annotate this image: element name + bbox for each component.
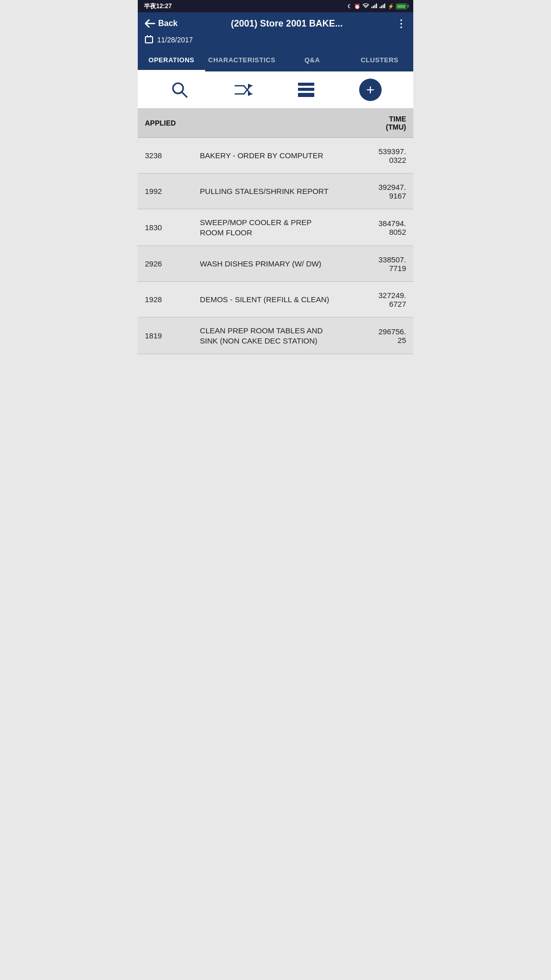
cell-time: 539397.0322 xyxy=(337,147,406,164)
cell-name: WASH DISHES PRIMARY (W/ DW) xyxy=(200,259,337,269)
svg-rect-19 xyxy=(298,93,314,97)
date-label: 11/28/2017 xyxy=(157,36,193,44)
charging-icon: ⚡ xyxy=(388,4,394,9)
cell-applied: 3238 xyxy=(145,151,200,160)
svg-rect-6 xyxy=(383,5,384,8)
cell-applied: 1830 xyxy=(145,223,200,232)
search-button[interactable] xyxy=(169,80,190,100)
cell-time: 384794.8052 xyxy=(337,219,406,236)
svg-rect-1 xyxy=(373,6,374,8)
signal1-icon xyxy=(371,3,378,9)
header-top: Back (2001) Store 2001 BAKE... ⋮ xyxy=(145,17,406,30)
cell-name: PULLING STALES/SHRINK REPORT xyxy=(200,186,337,197)
tab-operations[interactable]: OPERATIONS xyxy=(138,50,205,71)
svg-marker-16 xyxy=(248,92,253,96)
svg-rect-7 xyxy=(384,4,385,8)
wifi-icon xyxy=(362,3,369,9)
add-button[interactable]: + xyxy=(359,79,382,101)
svg-rect-17 xyxy=(298,83,314,86)
tab-qa[interactable]: Q&A xyxy=(279,50,346,70)
cell-time: 338507.7719 xyxy=(337,255,406,273)
operations-table: APPLIED TIME(TMU) 3238 BAKERY - ORDER BY… xyxy=(138,109,413,354)
status-icons: ☾ ⏰ ⚡ xyxy=(347,3,407,9)
table-header: APPLIED TIME(TMU) xyxy=(138,109,413,138)
tab-clusters[interactable]: CLUSTERS xyxy=(346,50,413,70)
table-row[interactable]: 2926 WASH DISHES PRIMARY (W/ DW) 338507.… xyxy=(138,246,413,282)
header: Back (2001) Store 2001 BAKE... ⋮ 11/28/2… xyxy=(138,12,413,50)
back-button[interactable]: Back xyxy=(145,19,178,28)
table-row[interactable]: 1830 SWEEP/MOP COOLER & PREP ROOM FLOOR … xyxy=(138,209,413,246)
svg-marker-15 xyxy=(248,84,253,88)
table-row[interactable]: 1928 DEMOS - SILENT (REFILL & CLEAN) 327… xyxy=(138,282,413,317)
svg-rect-18 xyxy=(298,88,314,91)
tab-bar: OPERATIONS CHARACTERISTICS Q&A CLUSTERS xyxy=(138,50,413,71)
cell-applied: 1819 xyxy=(145,331,200,340)
cell-name: DEMOS - SILENT (REFILL & CLEAN) xyxy=(200,295,337,305)
col-applied-header: APPLIED xyxy=(145,119,200,127)
col-time-header: TIME(TMU) xyxy=(337,115,406,131)
svg-rect-5 xyxy=(381,6,382,8)
svg-line-10 xyxy=(182,92,187,97)
cell-applied: 1992 xyxy=(145,187,200,195)
status-time: 半夜12:27 xyxy=(144,2,172,11)
battery-icon xyxy=(396,4,407,9)
alarm-icon: ⏰ xyxy=(354,4,360,9)
signal2-icon xyxy=(380,3,386,9)
cell-name: SWEEP/MOP COOLER & PREP ROOM FLOOR xyxy=(200,217,337,237)
more-menu-button[interactable]: ⋮ xyxy=(396,17,406,30)
table-row[interactable]: 1992 PULLING STALES/SHRINK REPORT 392947… xyxy=(138,174,413,209)
cell-time: 392947.9167 xyxy=(337,183,406,200)
toolbar: + xyxy=(138,71,413,109)
calendar-icon xyxy=(145,36,153,43)
cell-time: 296756.25 xyxy=(337,327,406,345)
cell-applied: 1928 xyxy=(145,295,200,304)
cell-name: BAKERY - ORDER BY COMPUTER xyxy=(200,151,337,161)
table-row[interactable]: 1819 CLEAN PREP ROOM TABLES AND SINK (NO… xyxy=(138,317,413,354)
svg-rect-2 xyxy=(374,5,375,8)
cell-name: CLEAN PREP ROOM TABLES AND SINK (NON CAK… xyxy=(200,326,337,346)
stack-button[interactable] xyxy=(296,80,316,100)
tab-characteristics[interactable]: CHARACTERISTICS xyxy=(205,50,279,70)
page-title: (2001) Store 2001 BAKE... xyxy=(178,18,396,29)
svg-rect-4 xyxy=(380,7,381,8)
status-bar: 半夜12:27 ☾ ⏰ ⚡ xyxy=(138,0,413,12)
svg-rect-0 xyxy=(371,7,372,8)
cell-applied: 2926 xyxy=(145,259,200,268)
cell-time: 327249.6727 xyxy=(337,291,406,308)
moon-icon: ☾ xyxy=(347,4,352,9)
svg-rect-3 xyxy=(376,4,377,8)
header-date: 11/28/2017 xyxy=(145,34,406,46)
shuffle-button[interactable] xyxy=(233,80,253,100)
table-row[interactable]: 3238 BAKERY - ORDER BY COMPUTER 539397.0… xyxy=(138,138,413,174)
back-label: Back xyxy=(158,19,178,28)
